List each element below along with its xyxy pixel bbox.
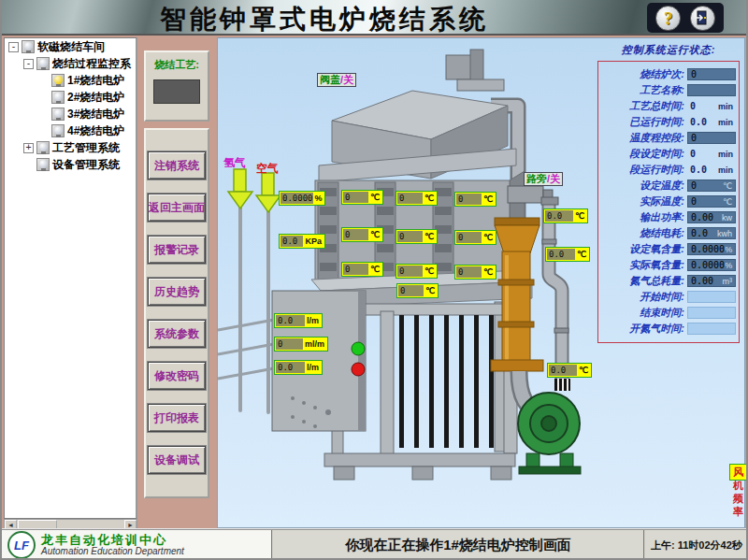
value-unit: ℃ [424, 285, 437, 296]
value-readout: 0 [343, 264, 368, 275]
value-unit: ℃ [482, 266, 495, 278]
nav-button[interactable]: 历史趋势 [148, 278, 206, 306]
tree-item[interactable]: 4#烧结电炉 [5, 122, 136, 139]
tree-item[interactable]: 设备管理系统 [5, 156, 136, 173]
status-row: 工艺总时间: 0 min [601, 98, 736, 114]
tree-item-label: 4#烧结电炉 [67, 123, 124, 139]
exit-button[interactable] [690, 6, 715, 31]
status-unit: kw [722, 213, 735, 223]
value-readout: 0 [397, 266, 423, 277]
status-row-label: 工艺总时间: [601, 99, 687, 113]
value-unit: ℃ [368, 229, 381, 240]
diagram-value-box: 0 ℃ [396, 191, 438, 206]
project-tree: - 软磁烧结车间 - 烧结过程监控系 1#烧结电炉 2#烧结电炉 3#烧结电炉 [4, 37, 137, 519]
tree-item[interactable]: - 软磁烧结车间 [5, 38, 136, 55]
tree-expander-icon[interactable]: + [23, 143, 34, 153]
diagram-value-box: 0.0 l/m [274, 360, 323, 375]
status-value: 0 [688, 69, 697, 79]
nav-button[interactable]: 修改密码 [148, 362, 206, 390]
tree-item-label: 烧结过程监控系 [52, 56, 131, 72]
tree-item-label: 2#烧结电炉 [67, 90, 124, 106]
status-row: 开氮气时间: [601, 321, 736, 337]
status-row-label: 已运行时间: [601, 115, 687, 129]
status-row-label: 开始时间: [601, 290, 687, 304]
status-value: 0 [687, 101, 696, 111]
value-readout: 0 [343, 192, 368, 203]
nav-button[interactable]: 报警记录 [148, 236, 206, 264]
diagram-value-box: 0.0000 % [279, 191, 325, 206]
status-row: 烧结电耗: 0.0 kwh [601, 225, 736, 241]
status-row-label: 段运行时间: [601, 163, 687, 177]
status-row-label: 氮气总耗量: [601, 274, 687, 288]
bottom-bar: LF 龙丰自动化培训中心 Automation Education Depart… [2, 528, 748, 560]
status-row: 段运行时间: 0.0 min [601, 162, 736, 178]
status-row: 设定氧含量: 0.0000 % [601, 241, 736, 257]
status-value-field: 0 min [687, 100, 736, 112]
status-row-label: 温度程控段: [601, 131, 687, 145]
company-name-en: Automation Education Department [41, 547, 184, 557]
tree-item[interactable]: + 工艺管理系统 [5, 139, 136, 156]
process-label: 烧结工艺: [146, 58, 208, 72]
status-value-field: 0 min [687, 148, 736, 160]
status-value: 0 [687, 149, 696, 159]
value-unit: ℃ [368, 264, 381, 275]
company-name-cn: 龙丰自动化培训中心 [41, 534, 184, 547]
status-value-field: 0.0 min [687, 164, 736, 176]
status-row: 实际氧含量: 0.0000 % [601, 257, 736, 273]
tree-item-label: 3#烧结电炉 [67, 107, 124, 122]
status-row: 设定温度: 0 ℃ [601, 178, 736, 194]
air-label: 空气 [256, 161, 279, 177]
status-unit: % [725, 245, 735, 254]
status-value-field [687, 291, 736, 303]
value-unit: ℃ [423, 266, 436, 277]
value-readout: 0 [456, 266, 482, 278]
valve-cover-status-label[interactable]: 阀盖/关 [317, 73, 356, 87]
tree-expander-icon[interactable]: - [23, 59, 34, 69]
nav-button-panel: 注销系统返回主画面报警记录历史趋势系统参数修改密码打印报表设备调试 [144, 128, 209, 498]
status-value: 0.00 [688, 212, 713, 223]
tree-item[interactable]: 3#烧结电炉 [5, 106, 136, 122]
tree-expander-icon[interactable]: - [8, 42, 19, 52]
title-bar: 智能钟罩式电炉烧结系统 ? [2, 0, 748, 36]
status-row: 烧结炉次: 0 [601, 66, 736, 82]
status-row: 氮气总耗量: 0.00 m³ [601, 273, 736, 289]
status-unit: ℃ [723, 181, 735, 191]
diagram-value-box: 0 ℃ [396, 283, 439, 298]
status-value: 0 [688, 133, 697, 143]
help-button[interactable]: ? [655, 6, 681, 31]
status-row-label: 实际氧含量: [601, 258, 687, 272]
tree-item[interactable]: 1#烧结电炉 [5, 72, 136, 89]
title-icon-group: ? [647, 3, 724, 33]
status-row: 结束时间: [601, 305, 736, 321]
value-unit: ℃ [368, 192, 381, 203]
green-indicator-light [352, 342, 365, 355]
tree-item[interactable]: - 烧结过程监控系 [5, 55, 136, 72]
nav-button[interactable]: 设备调试 [148, 446, 206, 474]
status-value-field: 0 [687, 132, 736, 144]
value-readout: 0.0 [545, 210, 573, 222]
tree-item-label: 设备管理系统 [52, 157, 120, 173]
diagram-value-box: 0 ℃ [341, 190, 383, 205]
bulb-icon [51, 74, 65, 87]
status-value-field: 0.00 kw [687, 211, 736, 223]
diagram-value-box: 0 ℃ [396, 229, 438, 244]
status-value: 0.0 [688, 228, 708, 238]
fan-frequency-label: 风机频率 [731, 466, 748, 479]
logo-section: LF 龙丰自动化培训中心 Automation Education Depart… [2, 530, 273, 560]
status-row-label: 结束时间: [601, 306, 687, 320]
status-value-field: 0.0 kwh [687, 227, 736, 239]
nav-button[interactable]: 返回主画面 [148, 194, 206, 222]
bypass-status-label[interactable]: 路旁/关 [524, 172, 563, 186]
tree-item[interactable]: 2#烧结电炉 [5, 89, 136, 106]
diagram-value-box: 0 ℃ [396, 264, 438, 279]
nav-button[interactable]: 注销系统 [148, 151, 206, 179]
page-title: 智能钟罩式电炉烧结系统 [2, 2, 647, 37]
gas-inlet-pipes [240, 199, 268, 412]
status-value-field [687, 307, 736, 319]
status-value-field: 0 ℃ [687, 195, 736, 208]
status-unit: % [725, 261, 735, 270]
nav-button[interactable]: 打印报表 [148, 404, 206, 432]
nav-button[interactable]: 系统参数 [148, 320, 206, 348]
value-unit: ℃ [575, 249, 588, 260]
status-row-label: 工艺名称: [601, 83, 687, 97]
